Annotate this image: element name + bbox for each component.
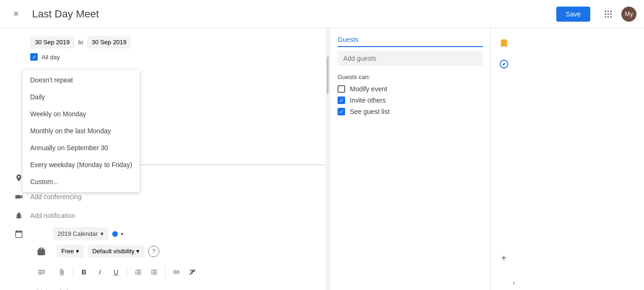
repeat-option-5[interactable]: Every weekday (Monday to Friday) bbox=[23, 156, 140, 173]
svg-point-0 bbox=[605, 10, 606, 12]
start-date[interactable]: 30 Sep 2019 bbox=[30, 36, 74, 48]
attachment-btn[interactable] bbox=[55, 265, 69, 279]
allday-checkbox[interactable] bbox=[30, 53, 38, 61]
scrollbar-thumb bbox=[327, 56, 329, 94]
scrollbar[interactable] bbox=[326, 28, 330, 290]
guests-can-label: Guests can: bbox=[338, 73, 483, 81]
description-area[interactable]: Add description bbox=[30, 285, 330, 290]
add-guests-input[interactable] bbox=[338, 51, 483, 66]
plus-button[interactable]: + bbox=[496, 250, 512, 266]
notification-row: Add notification bbox=[8, 209, 330, 223]
calendar-arrow: ▾ bbox=[100, 230, 104, 237]
repeat-option-1[interactable]: Daily bbox=[23, 89, 140, 105]
conference-placeholder[interactable]: Add conferencing bbox=[30, 193, 330, 201]
event-title: Last Day Meet bbox=[32, 8, 556, 20]
see-guest-list-label: See guest list bbox=[350, 108, 389, 115]
toolbar-divider-3 bbox=[165, 267, 165, 277]
repeat-dropdown: Doesn't repeat Daily Weekly on Monday Mo… bbox=[23, 70, 140, 192]
calendar-select[interactable]: 2019 Calendar ▾ bbox=[53, 227, 108, 240]
see-guest-list-row: See guest list bbox=[338, 108, 483, 115]
svg-point-2 bbox=[610, 10, 611, 12]
svg-point-4 bbox=[607, 13, 609, 15]
side-icon-1[interactable] bbox=[496, 36, 512, 51]
far-right-strip: + › bbox=[490, 28, 517, 290]
top-bar: × Last Day Meet Save My bbox=[0, 0, 644, 28]
modify-event-label: Modify event bbox=[350, 85, 387, 93]
svg-point-8 bbox=[610, 16, 611, 17]
bold-btn[interactable]: B bbox=[77, 265, 91, 279]
invite-others-checkbox[interactable] bbox=[338, 97, 345, 104]
link-btn[interactable] bbox=[169, 265, 183, 279]
close-button[interactable]: × bbox=[8, 6, 25, 23]
left-panel: 30 Sep 2019 to 30 Sep 2019 All day Doesn… bbox=[0, 28, 330, 290]
svg-rect-9 bbox=[16, 195, 21, 199]
free-arrow: ▾ bbox=[76, 248, 79, 255]
svg-point-3 bbox=[605, 13, 606, 15]
allday-row: All day bbox=[30, 53, 330, 61]
visibility-select[interactable]: Default visibility ▾ bbox=[88, 245, 145, 258]
toolbar-divider-2 bbox=[127, 267, 127, 277]
conference-icon bbox=[8, 193, 30, 201]
calendar-dot-arrow: ▾ bbox=[121, 231, 124, 237]
repeat-option-2[interactable]: Weekly on Monday bbox=[23, 105, 140, 122]
apps-icon[interactable] bbox=[600, 6, 617, 23]
avatar[interactable]: My bbox=[621, 7, 636, 22]
repeat-option-3[interactable]: Monthly on the last Monday bbox=[23, 122, 140, 139]
svg-point-5 bbox=[610, 13, 611, 15]
notification-placeholder[interactable]: Add notification bbox=[30, 212, 330, 219]
unordered-list-btn[interactable] bbox=[147, 265, 161, 279]
calendar-color-dot bbox=[112, 231, 118, 237]
modify-event-row: Modify event bbox=[338, 85, 483, 93]
toolbar-row: B I U bbox=[30, 263, 330, 281]
svg-point-7 bbox=[607, 16, 609, 17]
svg-point-6 bbox=[605, 16, 606, 17]
invite-others-row: Invite others bbox=[338, 97, 483, 104]
toolbar-divider-1 bbox=[73, 267, 73, 277]
calendar-name: 2019 Calendar bbox=[58, 230, 98, 237]
notification-icon bbox=[8, 211, 30, 220]
ordered-list-btn[interactable] bbox=[131, 265, 145, 279]
allday-label: All day bbox=[41, 54, 60, 61]
right-panel: Guests Guests can: Modify event Invite o… bbox=[330, 28, 490, 290]
calendar-row: 2019 Calendar ▾ ▾ bbox=[8, 227, 330, 240]
date-row: 30 Sep 2019 to 30 Sep 2019 bbox=[30, 36, 330, 48]
repeat-option-6[interactable]: Custom... bbox=[23, 173, 140, 190]
italic-btn[interactable]: I bbox=[93, 265, 107, 279]
help-icon[interactable]: ? bbox=[148, 246, 159, 257]
invite-others-label: Invite others bbox=[350, 97, 386, 104]
briefcase-icon bbox=[30, 247, 53, 256]
chevron-right-icon[interactable]: › bbox=[512, 279, 515, 286]
side-icon-2[interactable] bbox=[496, 56, 512, 72]
format-clear-btn[interactable] bbox=[185, 265, 199, 279]
modify-event-checkbox[interactable] bbox=[338, 85, 345, 93]
description-icon bbox=[30, 268, 53, 276]
calendar-icon bbox=[8, 230, 30, 238]
visibility-arrow: ▾ bbox=[136, 248, 140, 255]
guests-tab[interactable]: Guests bbox=[338, 36, 483, 47]
status-row: Free ▾ Default visibility ▾ ? bbox=[30, 245, 330, 258]
save-button[interactable]: Save bbox=[556, 7, 590, 22]
end-date[interactable]: 30 Sep 2019 bbox=[87, 36, 132, 48]
free-status-select[interactable]: Free ▾ bbox=[57, 245, 84, 258]
main-content: 30 Sep 2019 to 30 Sep 2019 All day Doesn… bbox=[0, 28, 644, 290]
svg-point-1 bbox=[607, 10, 609, 12]
underline-btn[interactable]: U bbox=[109, 265, 123, 279]
repeat-option-0[interactable]: Doesn't repeat bbox=[23, 72, 140, 89]
see-guest-list-checkbox[interactable] bbox=[338, 108, 345, 115]
repeat-option-4[interactable]: Annually on September 30 bbox=[23, 139, 140, 156]
date-separator: to bbox=[78, 39, 83, 46]
